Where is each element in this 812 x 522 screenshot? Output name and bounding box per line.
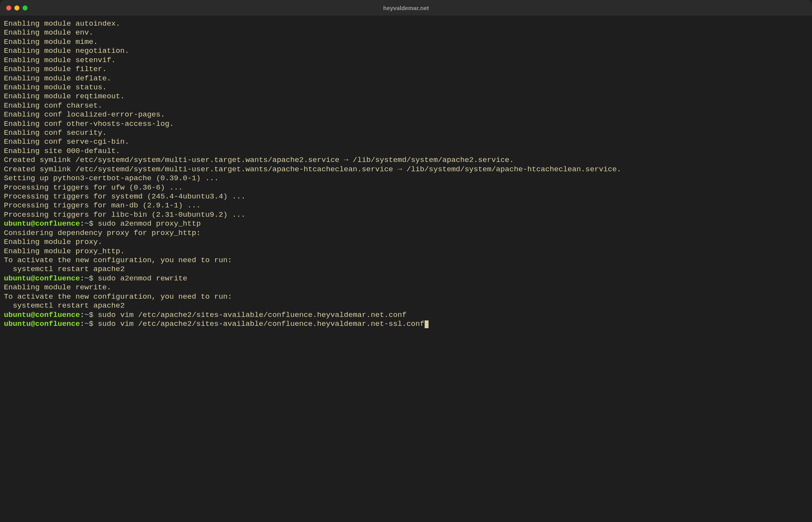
terminal-output-line: Enabling module rewrite. <box>4 283 808 292</box>
output-text: Processing triggers for libc-bin (2.31-0… <box>4 211 246 219</box>
output-text: Created symlink /etc/systemd/system/mult… <box>4 156 514 164</box>
terminal-output-line: Enabling module proxy_http. <box>4 247 808 256</box>
terminal-body[interactable]: Enabling module autoindex.Enabling modul… <box>0 16 812 522</box>
terminal-output-line: Created symlink /etc/systemd/system/mult… <box>4 156 808 165</box>
terminal-output-line: Processing triggers for systemd (245.4-4… <box>4 192 808 201</box>
prompt-dollar: $ <box>89 311 98 319</box>
output-text: Enabling module proxy. <box>4 238 102 246</box>
prompt-host: confluence <box>35 219 80 228</box>
terminal-output-line: Enabling conf serve-cgi-bin. <box>4 137 808 146</box>
output-text: systemctl restart apache2 <box>4 301 125 310</box>
terminal-output-line: Enabling conf other-vhosts-access-log. <box>4 120 808 129</box>
terminal-output-line: Enabling module mime. <box>4 38 808 47</box>
terminal-command-line: ubuntu@confluence:~$ sudo vim /etc/apach… <box>4 320 808 329</box>
prompt-at: @ <box>31 311 35 319</box>
prompt-host: confluence <box>35 320 80 328</box>
terminal-output-line: To activate the new configuration, you n… <box>4 292 808 301</box>
terminal-output-line: Enabling module setenvif. <box>4 56 808 65</box>
output-text: Considering dependency proxy for proxy_h… <box>4 229 201 237</box>
output-text: Enabling module negotiation. <box>4 47 129 55</box>
terminal-output-line: Processing triggers for ufw (0.36-6) ... <box>4 183 808 192</box>
prompt-user: ubuntu <box>4 219 31 228</box>
terminal-command-line: ubuntu@confluence:~$ sudo a2enmod proxy_… <box>4 219 808 228</box>
output-text: Enabling module status. <box>4 83 107 92</box>
terminal-output-line: Enabling site 000-default. <box>4 147 808 156</box>
terminal-output-line: Processing triggers for libc-bin (2.31-0… <box>4 211 808 219</box>
prompt-user: ubuntu <box>4 320 31 328</box>
prompt-path: ~ <box>84 219 89 228</box>
terminal-output-line: systemctl restart apache2 <box>4 265 808 274</box>
output-text: Processing triggers for man-db (2.9.1-1)… <box>4 201 201 210</box>
terminal-window: heyvaldemar.net Enabling module autoinde… <box>0 0 812 522</box>
terminal-output-line: Enabling conf charset. <box>4 101 808 110</box>
prompt-dollar: $ <box>89 320 98 328</box>
output-text: Enabling module autoindex. <box>4 19 120 28</box>
prompt-path: ~ <box>84 311 89 319</box>
prompt-dollar: $ <box>89 274 98 283</box>
output-text: Processing triggers for ufw (0.36-6) ... <box>4 183 183 192</box>
cursor-icon <box>425 320 429 328</box>
prompt-at: @ <box>31 219 35 228</box>
prompt-colon: : <box>80 274 85 283</box>
terminal-command-line: ubuntu@confluence:~$ sudo vim /etc/apach… <box>4 311 808 320</box>
terminal-output-line: Considering dependency proxy for proxy_h… <box>4 229 808 238</box>
window-controls <box>0 5 28 10</box>
terminal-output-line: Enabling module autoindex. <box>4 19 808 28</box>
terminal-output-line: To activate the new configuration, you n… <box>4 256 808 265</box>
output-text: Setting up python3-certbot-apache (0.39.… <box>4 174 219 183</box>
prompt-user: ubuntu <box>4 311 31 319</box>
prompt-path: ~ <box>84 274 89 283</box>
terminal-output-line: Enabling module proxy. <box>4 238 808 247</box>
command-text: sudo vim /etc/apache2/sites-available/co… <box>98 320 425 328</box>
terminal-output-line: Enabling module env. <box>4 28 808 37</box>
output-text: Enabling module setenvif. <box>4 56 116 64</box>
output-text: Enabling module proxy_http. <box>4 247 125 256</box>
output-text: Enabling module env. <box>4 28 93 37</box>
output-text: Enabling conf charset. <box>4 101 102 110</box>
output-text: Enabling module reqtimeout. <box>4 92 125 101</box>
titlebar: heyvaldemar.net <box>0 0 812 16</box>
terminal-output-line: Enabling module filter. <box>4 65 808 74</box>
terminal-output-line: Enabling module negotiation. <box>4 47 808 56</box>
prompt-path: ~ <box>84 320 89 328</box>
prompt-user: ubuntu <box>4 274 31 283</box>
command-text: sudo a2enmod rewrite <box>98 274 187 283</box>
output-text: Enabling module rewrite. <box>4 283 111 292</box>
terminal-output-line: Setting up python3-certbot-apache (0.39.… <box>4 174 808 183</box>
output-text: To activate the new configuration, you n… <box>4 292 232 301</box>
output-text: Enabling conf other-vhosts-access-log. <box>4 120 174 128</box>
command-text: sudo a2enmod proxy_http <box>98 219 201 228</box>
output-text: Enabling conf security. <box>4 129 107 137</box>
command-text: sudo vim /etc/apache2/sites-available/co… <box>98 311 407 319</box>
minimize-icon[interactable] <box>14 5 19 10</box>
output-text: To activate the new configuration, you n… <box>4 256 232 264</box>
output-text: Enabling conf localized-error-pages. <box>4 110 165 119</box>
output-text: Processing triggers for systemd (245.4-4… <box>4 192 246 201</box>
terminal-output-line: systemctl restart apache2 <box>4 301 808 310</box>
prompt-host: confluence <box>35 274 80 283</box>
zoom-icon[interactable] <box>23 5 28 10</box>
prompt-colon: : <box>80 311 85 319</box>
terminal-output-line: Created symlink /etc/systemd/system/mult… <box>4 165 808 174</box>
prompt-colon: : <box>80 320 85 328</box>
output-text: Enabling module filter. <box>4 65 107 73</box>
window-title: heyvaldemar.net <box>0 5 812 11</box>
prompt-colon: : <box>80 219 85 228</box>
output-text: Enabling module mime. <box>4 38 98 46</box>
terminal-command-line: ubuntu@confluence:~$ sudo a2enmod rewrit… <box>4 274 808 283</box>
terminal-output-line: Enabling module deflate. <box>4 74 808 83</box>
output-text: Created symlink /etc/systemd/system/mult… <box>4 165 621 174</box>
prompt-dollar: $ <box>89 219 98 228</box>
terminal-output-line: Processing triggers for man-db (2.9.1-1)… <box>4 201 808 210</box>
terminal-output-line: Enabling module reqtimeout. <box>4 92 808 101</box>
output-text: Enabling module deflate. <box>4 74 111 83</box>
output-text: systemctl restart apache2 <box>4 265 125 273</box>
terminal-output-line: Enabling conf security. <box>4 129 808 137</box>
prompt-at: @ <box>31 320 35 328</box>
close-icon[interactable] <box>6 5 11 10</box>
terminal-output-line: Enabling conf localized-error-pages. <box>4 110 808 119</box>
prompt-at: @ <box>31 274 35 283</box>
output-text: Enabling conf serve-cgi-bin. <box>4 137 129 146</box>
prompt-host: confluence <box>35 311 80 319</box>
output-text: Enabling site 000-default. <box>4 147 120 155</box>
